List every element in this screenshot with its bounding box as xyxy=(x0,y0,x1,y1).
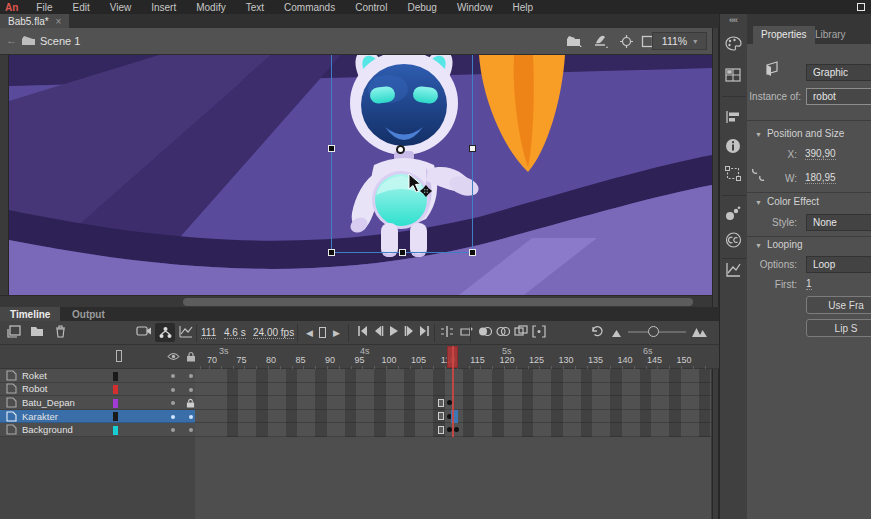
layer-row-karakter[interactable]: Karakter xyxy=(0,410,195,424)
menu-item-debug[interactable]: Debug xyxy=(397,2,446,13)
section-position-and-size[interactable]: ▼Position and Size xyxy=(755,128,844,139)
stage-horizontal-scrollbar[interactable] xyxy=(0,295,719,307)
show-layer-depth-icon[interactable] xyxy=(179,325,193,338)
playhead-box-icon[interactable] xyxy=(319,327,326,338)
timeline-zoom-slider-knob[interactable] xyxy=(648,326,659,337)
color-style-select[interactable]: None xyxy=(806,214,871,231)
lip-syncing-button[interactable]: Lip S xyxy=(806,319,871,337)
layer-parenting-button[interactable] xyxy=(155,323,175,342)
tab-output[interactable]: Output xyxy=(62,307,115,321)
delete-layer-trash-icon[interactable] xyxy=(55,325,66,338)
layer-row-background[interactable]: Background xyxy=(0,423,195,437)
layer-row-roket[interactable]: Roket xyxy=(0,369,195,383)
section-looping[interactable]: ▼Looping xyxy=(755,239,803,250)
tab-library[interactable]: Library xyxy=(815,26,846,40)
zoom-level-select[interactable]: 111% ▾ xyxy=(652,32,707,50)
close-document-icon[interactable]: × xyxy=(56,16,62,27)
reset-timeline-zoom-icon[interactable] xyxy=(590,325,604,338)
selection-handle-bottom-center[interactable] xyxy=(399,249,406,256)
symbol-type-select[interactable]: Graphic xyxy=(806,64,871,81)
step-forward-icon[interactable]: ▶ xyxy=(333,328,340,338)
color-panel-icon[interactable] xyxy=(725,36,742,51)
edit-multiple-frames-icon[interactable] xyxy=(514,325,528,338)
cc-libraries-panel-icon[interactable] xyxy=(725,232,742,248)
use-frame-picker-button[interactable]: Use Fra xyxy=(806,296,871,314)
layer-lock-dot[interactable] xyxy=(189,388,193,392)
menu-item-text[interactable]: Text xyxy=(236,2,274,13)
layer-row-robot[interactable]: Robot xyxy=(0,383,195,397)
layer-lock-dot[interactable] xyxy=(189,428,193,432)
align-panel-icon[interactable] xyxy=(725,110,741,124)
keyframe-marker[interactable] xyxy=(454,427,459,432)
menu-item-insert[interactable]: Insert xyxy=(141,2,186,13)
layer-outline-swatch[interactable] xyxy=(113,372,118,381)
layer-outline-swatch[interactable] xyxy=(113,385,118,394)
back-arrow-icon[interactable]: ← xyxy=(6,34,17,46)
current-frame-value[interactable]: 111 xyxy=(201,327,216,339)
layer-visibility-dot[interactable] xyxy=(171,415,175,419)
new-folder-icon[interactable] xyxy=(30,325,44,337)
modify-markers-icon[interactable] xyxy=(532,325,546,338)
go-to-last-frame-icon[interactable] xyxy=(419,325,430,337)
selection-handle-bottom-right[interactable] xyxy=(469,249,476,256)
menu-item-commands[interactable]: Commands xyxy=(274,2,345,13)
eye-column-icon[interactable] xyxy=(167,352,180,361)
layer-lock-dot[interactable] xyxy=(189,374,193,378)
menu-item-control[interactable]: Control xyxy=(345,2,397,13)
layer-locked-icon[interactable] xyxy=(186,398,195,408)
edit-scene-icon[interactable] xyxy=(567,36,582,47)
document-tab[interactable]: Bab5.fla* × xyxy=(0,14,69,28)
outline-column-icon[interactable] xyxy=(116,350,122,362)
play-icon[interactable] xyxy=(389,325,399,337)
onion-skin-outlines-icon[interactable] xyxy=(496,325,510,338)
window-maximize-icon[interactable] xyxy=(857,3,865,11)
first-frame-value[interactable]: 1 xyxy=(806,278,812,290)
selection-handle-left[interactable] xyxy=(328,145,335,152)
keyframe-span-end-marker[interactable] xyxy=(438,426,444,434)
keyframe-span-end-marker[interactable] xyxy=(438,399,444,407)
center-stage-icon[interactable] xyxy=(620,35,633,48)
instance-name-field[interactable]: robot xyxy=(806,88,871,105)
menu-item-file[interactable]: File xyxy=(26,2,62,13)
onion-skin-icon[interactable] xyxy=(478,325,492,338)
selection-handle-bottom-left[interactable] xyxy=(328,249,335,256)
loop-options-select[interactable]: Loop xyxy=(806,256,871,273)
step-back-icon[interactable]: ◀ xyxy=(306,328,313,338)
x-value[interactable]: 390,90 xyxy=(805,148,836,160)
tab-timeline[interactable]: Timeline xyxy=(0,307,60,321)
step-back-one-frame-icon[interactable] xyxy=(373,325,384,337)
elapsed-time-value[interactable]: 4.6 s xyxy=(224,327,246,339)
go-to-first-frame-icon[interactable] xyxy=(357,325,368,337)
collapse-panels-icon[interactable]: «« xyxy=(729,15,737,25)
layer-lock-dot[interactable] xyxy=(189,415,193,419)
layer-visibility-dot[interactable] xyxy=(171,388,175,392)
section-color-effect[interactable]: ▼Color Effect xyxy=(755,196,819,207)
link-width-height-icon[interactable] xyxy=(752,168,765,181)
edit-symbols-icon[interactable] xyxy=(594,35,608,48)
menu-item-view[interactable]: View xyxy=(100,2,142,13)
info-panel-icon[interactable] xyxy=(725,138,741,154)
selection-bounding-box[interactable] xyxy=(331,55,473,253)
menu-item-modify[interactable]: Modify xyxy=(186,2,235,13)
scene-name[interactable]: Scene 1 xyxy=(40,35,80,47)
keyframe-span-end-marker[interactable] xyxy=(438,412,444,420)
tab-properties[interactable]: Properties xyxy=(753,26,815,44)
w-value[interactable]: 180,95 xyxy=(805,172,836,184)
enlarge-frames-icon[interactable] xyxy=(692,328,707,337)
scrollbar-thumb[interactable] xyxy=(183,298,693,306)
layer-outline-swatch[interactable] xyxy=(113,399,118,408)
layer-visibility-dot[interactable] xyxy=(171,401,175,405)
menu-item-help[interactable]: Help xyxy=(502,2,543,13)
stage-canvas[interactable] xyxy=(9,55,712,295)
step-forward-one-frame-icon[interactable] xyxy=(404,325,415,337)
layer-visibility-dot[interactable] xyxy=(171,374,175,378)
stage-vertical-scrollbar[interactable] xyxy=(712,28,719,519)
selection-handle-right[interactable] xyxy=(469,145,476,152)
center-frame-icon[interactable] xyxy=(440,325,454,338)
camera-icon[interactable] xyxy=(136,325,152,337)
transform-panel-icon[interactable] xyxy=(725,166,741,181)
transformation-point[interactable] xyxy=(396,145,405,154)
menu-item-edit[interactable]: Edit xyxy=(62,2,99,13)
layer-outline-swatch[interactable] xyxy=(113,412,118,421)
menu-item-window[interactable]: Window xyxy=(447,2,503,13)
